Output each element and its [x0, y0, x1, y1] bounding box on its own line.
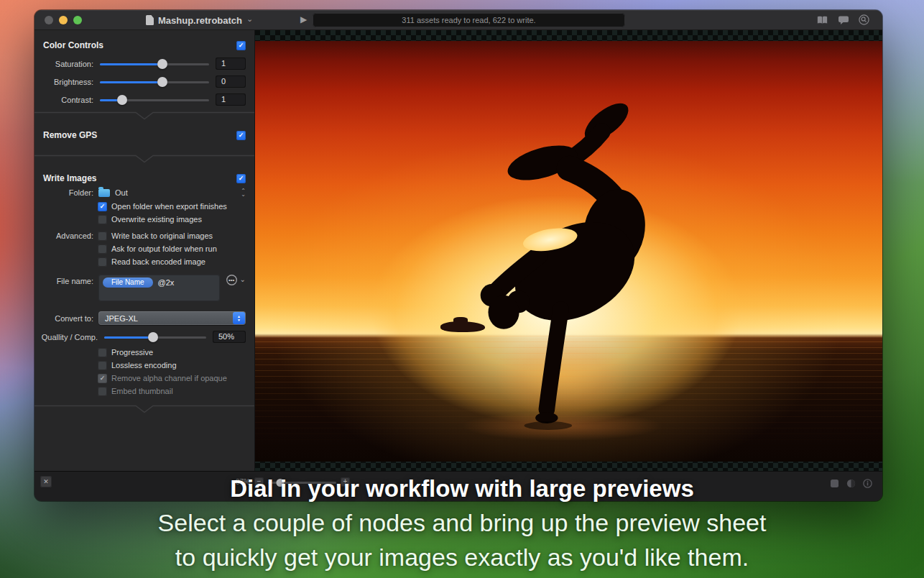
- chevron-down-icon[interactable]: ⌄: [240, 275, 246, 283]
- zoom-window-button[interactable]: [73, 16, 82, 24]
- contrast-label: Contrast:: [34, 96, 93, 104]
- preview-image: [255, 41, 882, 462]
- remove-alpha-label: Remove alpha channel if opaque: [111, 374, 227, 382]
- status-bar: 311 assets ready to read, 622 to write.: [313, 13, 625, 27]
- progressive-label: Progressive: [111, 348, 153, 357]
- saturation-value-field[interactable]: 1: [216, 58, 246, 70]
- quality-label: Quallity / Comp.: [34, 333, 98, 341]
- lossless-encoding-checkbox[interactable]: [98, 361, 107, 370]
- folder-value[interactable]: Out: [115, 188, 128, 197]
- remove-gps-title: Remove GPS: [43, 130, 97, 140]
- ask-output-folder-label: Ask for output folder when run: [111, 244, 217, 253]
- feedback-chat-icon[interactable]: [838, 15, 849, 25]
- section-divider: [34, 405, 254, 413]
- write-back-label: Write back to original images: [111, 231, 213, 240]
- write-images-enabled-checkbox[interactable]: ✓: [236, 174, 246, 183]
- remove-gps-node: Remove GPS ✓: [34, 120, 254, 155]
- remove-alpha-checkbox: ✓: [98, 374, 107, 383]
- document-proxy-icon[interactable]: [146, 15, 154, 25]
- saturation-label: Saturation:: [34, 60, 93, 68]
- zoom-out-button[interactable]: −: [254, 477, 264, 487]
- run-workflow-button[interactable]: ▶: [300, 14, 307, 24]
- ask-output-folder-checkbox[interactable]: [98, 244, 107, 254]
- folder-icon: [98, 189, 110, 197]
- quality-value-field[interactable]: 50%: [213, 331, 246, 343]
- section-divider: [34, 111, 254, 120]
- library-book-icon[interactable]: [816, 15, 828, 25]
- traffic-lights: [45, 16, 82, 24]
- window-bottombar: ✕ 37% − +: [34, 471, 882, 501]
- convert-to-popup[interactable]: JPEG-XL ▲▼: [98, 311, 246, 325]
- contrast-value-field[interactable]: 1: [216, 93, 246, 106]
- read-back-label: Read back encoded image: [111, 257, 205, 266]
- breakdancer-silhouette: [471, 90, 647, 447]
- brightness-value-field[interactable]: 0: [216, 75, 246, 88]
- write-images-node: Write Images ✓ Folder: Out ⌃⌄ ✓ Open fol…: [34, 163, 254, 400]
- advanced-label: Advanced:: [34, 231, 93, 240]
- app-window: Mashup.retrobatch ⌄ ▶ 311 assets ready t…: [34, 10, 882, 501]
- info-icon[interactable]: [863, 478, 872, 491]
- saturation-slider[interactable]: [98, 59, 211, 69]
- folder-stepper[interactable]: ⌃⌄: [241, 189, 246, 196]
- color-controls-node: Color Controls ✓ Saturation: 1 Brightnes…: [34, 30, 254, 111]
- brightness-label: Brightness:: [34, 78, 93, 86]
- folder-label: Folder:: [34, 188, 93, 197]
- brightness-slider[interactable]: [98, 77, 211, 87]
- caption-subline-1: Select a couple of nodes and bring up th…: [0, 509, 924, 537]
- color-controls-title: Color Controls: [43, 40, 103, 50]
- section-divider: [34, 155, 254, 163]
- file-name-field[interactable]: File Name @2x: [98, 275, 220, 301]
- preview-pane: [255, 30, 882, 471]
- minimize-window-button[interactable]: [59, 16, 68, 24]
- window-title: Mashup.retrobatch: [158, 15, 242, 26]
- zoom-slider[interactable]: [268, 478, 336, 487]
- search-icon[interactable]: [859, 14, 869, 25]
- progressive-checkbox[interactable]: [98, 348, 107, 357]
- overwrite-existing-checkbox[interactable]: [98, 215, 107, 224]
- inspector-sidebar: Color Controls ✓ Saturation: 1 Brightnes…: [34, 30, 255, 471]
- open-folder-checkbox[interactable]: ✓: [98, 202, 107, 211]
- chevron-down-icon[interactable]: ⌄: [246, 14, 253, 24]
- file-name-token[interactable]: File Name: [103, 277, 153, 288]
- zoom-percentage: 37%: [236, 478, 250, 486]
- contrast-slider[interactable]: [98, 95, 211, 105]
- contrast-icon[interactable]: [846, 478, 856, 491]
- color-controls-enabled-checkbox[interactable]: ✓: [236, 41, 246, 50]
- overwrite-existing-label: Overwrite existing images: [111, 215, 202, 224]
- embed-thumbnail-checkbox: [98, 387, 107, 396]
- status-text: 311 assets ready to read, 622 to write.: [402, 16, 535, 24]
- popup-arrows-icon: ▲▼: [233, 312, 245, 324]
- write-images-title: Write Images: [43, 173, 96, 183]
- open-folder-label: Open folder when export finishes: [111, 202, 227, 211]
- file-name-label: File name:: [34, 275, 93, 285]
- lossless-encoding-label: Lossless encoding: [111, 361, 177, 370]
- close-preview-button[interactable]: ✕: [40, 476, 52, 487]
- close-window-button[interactable]: [45, 16, 53, 24]
- caption-subline-2: to quickly get your images exactly as yo…: [0, 543, 924, 572]
- grid-view-icon[interactable]: [830, 478, 839, 491]
- read-back-checkbox[interactable]: [98, 257, 107, 267]
- remove-gps-enabled-checkbox[interactable]: ✓: [236, 131, 246, 140]
- quality-slider[interactable]: [103, 332, 208, 342]
- window-titlebar: Mashup.retrobatch ⌄ ▶ 311 assets ready t…: [34, 10, 882, 30]
- zoom-in-button[interactable]: +: [341, 477, 350, 487]
- embed-thumbnail-label: Embed thumbnail: [111, 387, 173, 395]
- write-back-checkbox[interactable]: [98, 231, 107, 241]
- token-options-icon[interactable]: •••: [226, 275, 237, 285]
- convert-to-label: Convert to:: [34, 314, 93, 323]
